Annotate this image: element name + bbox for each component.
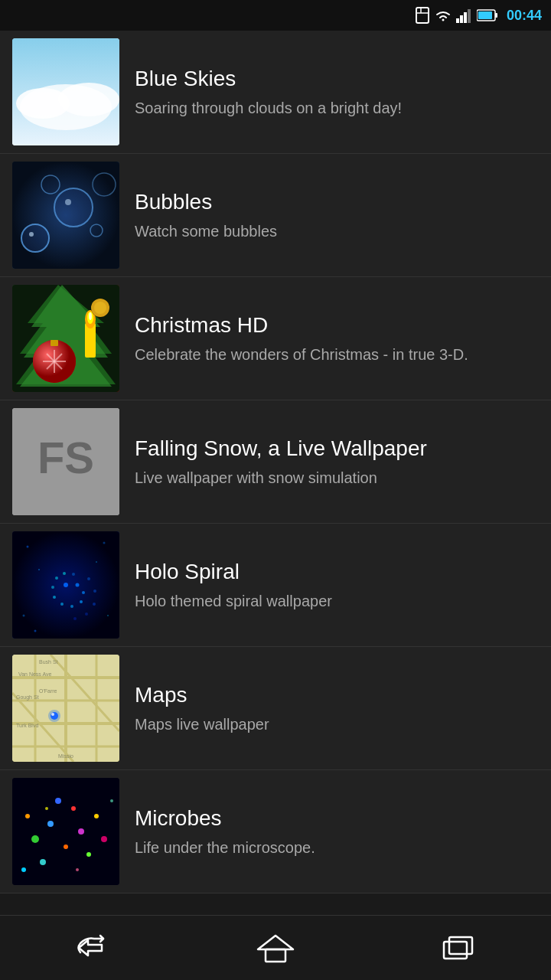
recents-icon xyxy=(440,933,478,963)
list-item[interactable]: Van Ness Ave Gough St Bush St O'Farre Tu… xyxy=(0,647,551,770)
svg-point-62 xyxy=(38,569,40,570)
back-icon xyxy=(73,934,111,962)
list-item[interactable]: Bubbles Watch some bubbles xyxy=(0,154,551,277)
item-text: Blue Skies Soaring through clouds on a b… xyxy=(135,66,539,118)
svg-text:Van Ness Ave: Van Ness Ave xyxy=(18,671,51,677)
item-title: Microbes xyxy=(135,805,539,831)
svg-point-83 xyxy=(51,712,58,720)
svg-point-48 xyxy=(60,603,64,606)
svg-point-45 xyxy=(82,591,85,594)
svg-point-98 xyxy=(45,807,48,810)
status-bar: 00:44 xyxy=(0,0,551,31)
svg-point-56 xyxy=(93,603,96,606)
item-thumbnail-bubbles xyxy=(12,162,119,269)
svg-point-99 xyxy=(76,868,79,871)
status-icons: 00:44 xyxy=(415,7,542,24)
item-description: Life under the microscope. xyxy=(135,838,539,858)
app-list: Blue Skies Soaring through clouds on a b… xyxy=(0,31,551,946)
svg-rect-102 xyxy=(266,949,285,962)
item-title: Bubbles xyxy=(135,189,539,215)
recents-button[interactable] xyxy=(429,925,490,971)
svg-point-19 xyxy=(54,188,93,227)
svg-point-100 xyxy=(110,799,113,802)
svg-point-17 xyxy=(29,232,34,237)
svg-point-96 xyxy=(101,836,107,842)
svg-point-54 xyxy=(87,577,90,580)
item-title: Holo Spiral xyxy=(135,559,539,585)
item-description: Soaring through clouds on a bright day! xyxy=(135,98,539,118)
svg-point-47 xyxy=(70,605,73,608)
svg-point-44 xyxy=(76,583,80,587)
item-text: Microbes Life under the microscope. xyxy=(135,805,539,858)
svg-point-91 xyxy=(40,859,46,865)
item-title: Falling Snow, a Live Wallpaper xyxy=(135,436,539,462)
svg-point-49 xyxy=(53,596,56,599)
svg-point-59 xyxy=(27,546,29,548)
list-item[interactable]: FS Falling Snow, a Live Wallpaper Live w… xyxy=(0,400,551,524)
svg-point-51 xyxy=(55,577,58,580)
svg-point-20 xyxy=(65,199,71,205)
item-description: Celebrate the wonders of Christmas - in … xyxy=(135,345,539,364)
item-thumbnail-blue-skies xyxy=(12,38,119,145)
svg-point-16 xyxy=(21,224,49,252)
back-button[interactable] xyxy=(61,925,122,971)
item-text: Christmas HD Celebrate the wonders of Ch… xyxy=(135,312,539,364)
item-title: Blue Skies xyxy=(135,66,539,92)
svg-point-95 xyxy=(55,798,61,804)
item-thumbnail-maps: Van Ness Ave Gough St Bush St O'Farre Tu… xyxy=(12,655,119,762)
home-button[interactable] xyxy=(245,925,306,971)
home-icon xyxy=(256,933,295,963)
svg-point-13 xyxy=(58,83,119,116)
svg-point-55 xyxy=(93,590,96,593)
svg-rect-103 xyxy=(444,942,467,959)
sim-icon xyxy=(415,7,430,24)
item-text: Falling Snow, a Live Wallpaper Live wall… xyxy=(135,436,539,488)
svg-point-86 xyxy=(31,835,39,843)
svg-point-53 xyxy=(72,573,75,576)
svg-point-61 xyxy=(23,615,25,617)
svg-point-60 xyxy=(103,542,106,544)
nav-bar xyxy=(0,915,551,980)
svg-text:FS: FS xyxy=(37,433,94,482)
svg-rect-85 xyxy=(12,778,119,885)
svg-rect-4 xyxy=(460,15,463,23)
svg-point-84 xyxy=(51,713,54,716)
item-description: Live wallpaper with snow simulation xyxy=(135,468,539,488)
svg-point-50 xyxy=(51,586,54,589)
item-description: Holo themed spiral wallpaper xyxy=(135,591,539,611)
signal-icon xyxy=(456,8,473,23)
svg-point-58 xyxy=(73,617,77,620)
svg-point-90 xyxy=(94,814,99,818)
list-item[interactable]: Holo Spiral Holo themed spiral wallpaper xyxy=(0,524,551,647)
wifi-icon xyxy=(434,8,452,23)
status-time: 00:44 xyxy=(507,8,542,24)
svg-point-57 xyxy=(85,612,88,616)
svg-point-93 xyxy=(86,852,91,857)
svg-point-97 xyxy=(21,867,26,872)
svg-rect-6 xyxy=(468,9,471,23)
svg-rect-3 xyxy=(456,18,459,23)
svg-point-87 xyxy=(47,821,54,827)
svg-text:Gough St: Gough St xyxy=(16,694,39,701)
svg-point-89 xyxy=(78,828,84,835)
item-text: Holo Spiral Holo themed spiral wallpaper xyxy=(135,559,539,611)
item-title: Maps xyxy=(135,682,539,708)
svg-point-43 xyxy=(64,583,68,587)
item-text: Maps Maps live wallpaper xyxy=(135,682,539,734)
svg-rect-31 xyxy=(51,340,58,346)
svg-rect-5 xyxy=(464,12,467,23)
item-thumbnail-christmas xyxy=(12,285,119,392)
svg-point-63 xyxy=(96,561,97,563)
svg-point-64 xyxy=(107,615,109,616)
list-item[interactable]: Microbes Life under the microscope. xyxy=(0,770,551,893)
item-thumbnail-microbes xyxy=(12,778,119,885)
svg-rect-104 xyxy=(449,937,472,954)
svg-point-92 xyxy=(71,806,76,811)
list-item[interactable]: Blue Skies Soaring through clouds on a b… xyxy=(0,31,551,154)
svg-point-35 xyxy=(89,312,92,320)
svg-point-38 xyxy=(94,302,106,314)
list-item[interactable]: Christmas HD Celebrate the wonders of Ch… xyxy=(0,277,551,400)
item-thumbnail-falling-snow: FS xyxy=(12,408,119,515)
svg-text:Bush St: Bush St xyxy=(39,659,58,665)
svg-marker-101 xyxy=(258,936,293,949)
